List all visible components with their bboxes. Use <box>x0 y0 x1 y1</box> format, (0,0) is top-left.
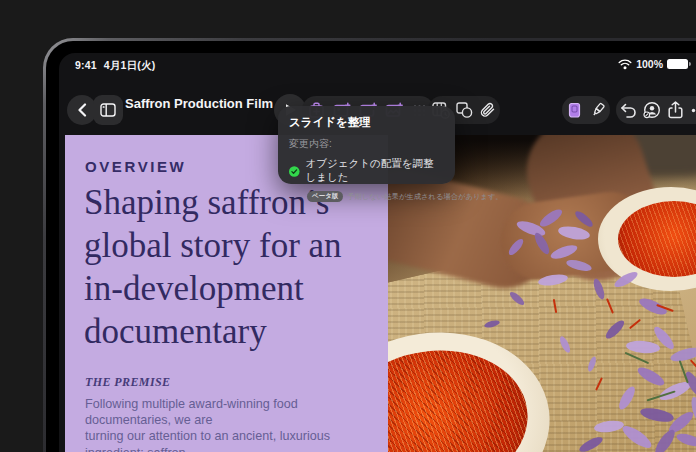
status-bar: 9:41 4月1日(火) 100% <box>59 53 696 75</box>
actions-group <box>616 96 696 124</box>
slide-body-text: Following multiple award-winning food do… <box>85 396 387 452</box>
attachment-button[interactable] <box>477 99 499 121</box>
marker-tool-icon[interactable] <box>587 99 609 121</box>
ipad-screen: 9:41 4月1日(火) 100% Saff <box>59 53 696 452</box>
screenshot-stage: 9:41 4月1日(火) 100% Saff <box>0 0 696 452</box>
collaborate-button[interactable] <box>641 99 663 121</box>
draw-tools-group <box>562 96 610 124</box>
share-button[interactable] <box>665 99 687 121</box>
success-check-icon <box>289 165 300 178</box>
slide-eyebrow: OVERVIEW <box>85 158 186 175</box>
status-time: 9:41 <box>75 59 97 73</box>
beta-badge: ベータ版 <box>307 191 343 202</box>
slide-heading: Shaping saffron’s global story for an in… <box>84 181 384 353</box>
slide-navigator-button[interactable] <box>93 95 123 125</box>
wifi-icon <box>618 58 632 70</box>
battery-icon <box>667 59 688 69</box>
undo-button[interactable] <box>618 99 640 121</box>
slide-navigator-icon <box>100 103 116 117</box>
eraser-tool-icon[interactable] <box>563 99 585 121</box>
organize-slide-popup: スライドを整理 変更内容: オブジェクトの配置を調整しました ベータ版 予期しな… <box>278 106 455 184</box>
beta-note: 予期しない結果が生成される場合があります。 <box>347 192 502 202</box>
premise-label: THE PREMISE <box>85 375 170 390</box>
more-button[interactable] <box>688 99 696 121</box>
popup-title: スライドを整理 <box>289 115 444 130</box>
change-item: オブジェクトの配置を調整しました <box>306 157 444 185</box>
battery-percent: 100% <box>636 58 663 70</box>
document-title[interactable]: Saffron Production Film <box>125 96 293 111</box>
shapes-button[interactable] <box>453 99 475 121</box>
popup-subtitle: 変更内容: <box>289 137 444 151</box>
chevron-left-icon <box>77 103 87 117</box>
status-date: 4月1日(火) <box>104 59 156 73</box>
